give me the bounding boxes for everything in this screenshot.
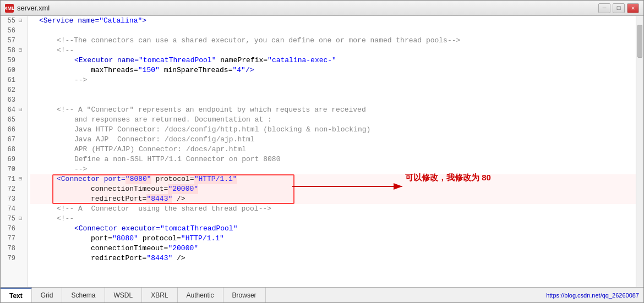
line-num-row: 56	[3, 26, 23, 36]
code-line-57: <!--The connectors can use a shared exec…	[30, 36, 636, 46]
line-num-row: 76	[3, 224, 23, 234]
line-num-row: 55⊟	[3, 16, 23, 26]
code-line-72: connectionTimeout="20000"	[30, 184, 636, 194]
line-num-row: 62	[3, 85, 23, 95]
line-num-row: 58⊟	[3, 46, 23, 56]
code-line-67: Java AJP Connector: /docs/config/ajp.htm…	[30, 135, 636, 145]
line-num-row: 64⊟	[3, 105, 23, 115]
line-num-row: 57	[3, 36, 23, 46]
code-line-61: -->	[30, 75, 636, 85]
bottom-tabs: Text Grid Schema WSDL XBRL Authentic Bro…	[1, 287, 643, 302]
tab-authentic[interactable]: Authentic	[178, 288, 223, 302]
code-line-77: port="8080" protocol="HTTP/1.1"	[30, 234, 636, 244]
code-line-69: Define a non-SSL HTTP/1.1 Connector on p…	[30, 155, 636, 164]
line-num-row: 68	[3, 145, 23, 155]
line-num-row: 72	[3, 184, 23, 194]
code-line-58: <!--	[30, 46, 636, 56]
code-line-56	[30, 26, 636, 36]
code-line-63	[30, 95, 636, 105]
line-num-row: 61	[3, 75, 23, 85]
tab-grid[interactable]: Grid	[32, 288, 63, 302]
line-num-row: 63	[3, 95, 23, 105]
status-bar-text: https://blog.csdn.net/qq_26260087	[546, 292, 643, 299]
tab-xbrl[interactable]: XBRL	[142, 288, 177, 302]
line-num-row: 69	[3, 155, 23, 164]
window-controls: ─ □ ✕	[598, 3, 639, 13]
line-num-row: 74	[3, 204, 23, 214]
code-line-70: -->	[30, 164, 636, 174]
editor-area: 55⊟ 56 57 58⊟ 59 60 61 62 63 64⊟ 65 66 6…	[1, 16, 643, 287]
line-num-row: 67	[3, 135, 23, 145]
title-bar: XML server.xml ─ □ ✕	[1, 1, 643, 16]
annotation-text: 可以修改，我修改为 80	[405, 173, 491, 183]
tab-schema[interactable]: Schema	[62, 288, 105, 302]
close-button[interactable]: ✕	[627, 3, 639, 13]
code-line-64: <!-- A "Connector" represents an endpoin…	[30, 105, 636, 115]
line-num-row: 75⊟	[3, 214, 23, 224]
code-line-68: APR (HTTP/AJP) Connector: /docs/apr.html	[30, 145, 636, 155]
code-line-66: Java HTTP Connector: /docs/config/http.h…	[30, 125, 636, 135]
code-line-60: maxThreads="150" minSpareThreads="4"/>	[30, 65, 636, 75]
code-line-73: redirectPort="8443" />	[30, 194, 636, 204]
line-num-row: 66	[3, 125, 23, 135]
code-line-74: <!-- A Connector using the shared thread…	[30, 204, 636, 214]
code-line-79: redirectPort="8443" />	[30, 254, 636, 263]
code-content[interactable]: <Service name="Catalina"> <!--The connec…	[28, 16, 636, 287]
scrollbar-thumb[interactable]	[637, 25, 642, 58]
tab-wsdl[interactable]: WSDL	[105, 288, 143, 302]
code-line-78: connectionTimeout="20000"	[30, 244, 636, 254]
code-line-55: <Service name="Catalina">	[30, 16, 636, 26]
code-line-75: <!--	[30, 214, 636, 224]
line-num-row: 78	[3, 244, 23, 254]
code-line-76: <Connector executor="tomcatThreadPool"	[30, 224, 636, 234]
line-num-row: 59	[3, 56, 23, 65]
line-num-row: 65	[3, 115, 23, 125]
code-line-62	[30, 85, 636, 95]
code-line-59: <Executor name="tomcatThreadPool" namePr…	[30, 56, 636, 65]
title-left: XML server.xml	[5, 4, 50, 13]
minimize-button[interactable]: ─	[598, 3, 610, 13]
maximize-button[interactable]: □	[613, 3, 625, 13]
tab-browser[interactable]: Browser	[223, 288, 266, 302]
line-num-row: 71⊟	[3, 174, 23, 184]
app-icon: XML	[5, 4, 14, 13]
line-numbers: 55⊟ 56 57 58⊟ 59 60 61 62 63 64⊟ 65 66 6…	[1, 16, 28, 287]
code-line-65: and responses are returned. Documentatio…	[30, 115, 636, 125]
line-num-row: 73	[3, 194, 23, 204]
line-num-row: 70	[3, 164, 23, 174]
code-line-71: <Connector port="8080" protocol="HTTP/1.…	[30, 174, 636, 184]
window-title: server.xml	[17, 4, 50, 12]
main-window: XML server.xml ─ □ ✕ 55⊟ 56 57 58⊟ 59 60…	[0, 0, 644, 303]
line-num-row: 79	[3, 254, 23, 263]
line-num-row: 77	[3, 234, 23, 244]
line-num-row: 60	[3, 65, 23, 75]
tab-text[interactable]: Text	[1, 288, 32, 302]
scrollbar[interactable]	[636, 16, 643, 287]
